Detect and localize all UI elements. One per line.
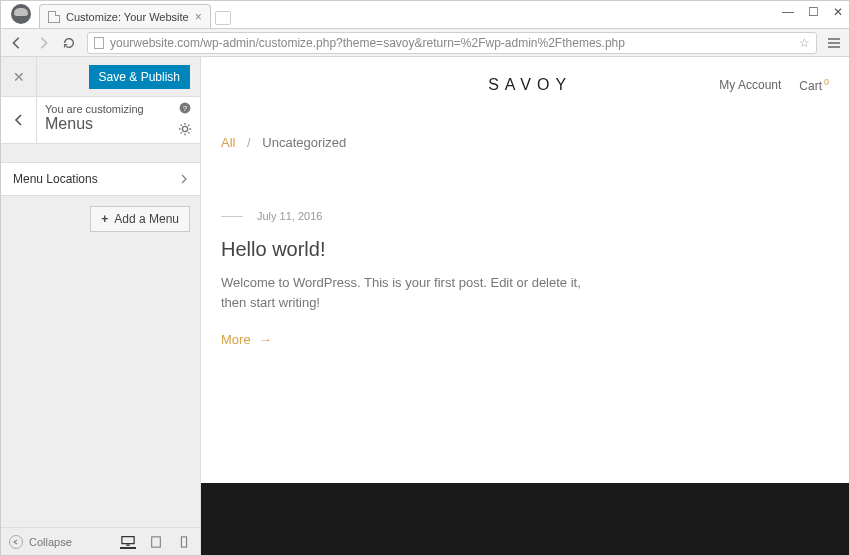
customizer-topbar: ✕ Save & Publish (1, 57, 200, 97)
browser-menu-button[interactable] (827, 38, 841, 48)
customizer-sidebar: ✕ Save & Publish You are customizing Men… (1, 57, 201, 555)
cart-link[interactable]: Cart0 (799, 77, 829, 93)
minimize-button[interactable]: — (782, 5, 794, 19)
tab-close-icon[interactable]: × (195, 10, 202, 24)
cart-label: Cart (799, 79, 822, 93)
customizer-footer: Collapse (1, 527, 200, 555)
svg-rect-3 (122, 536, 134, 543)
filter-uncategorized[interactable]: Uncategorized (262, 135, 346, 150)
new-tab-button[interactable] (215, 11, 231, 25)
heading-title: Menus (45, 115, 162, 133)
close-customizer-button[interactable]: ✕ (1, 57, 37, 96)
post-date: July 11, 2016 (257, 210, 322, 222)
svg-point-2 (182, 126, 187, 131)
page-icon (48, 11, 60, 23)
post: July 11, 2016 Hello world! Welcome to Wo… (201, 150, 621, 387)
heading-subtext: You are customizing (45, 103, 162, 115)
site-brand[interactable]: SAVOY (341, 76, 719, 94)
collapse-button[interactable]: Collapse (9, 535, 72, 549)
bookmark-icon[interactable]: ☆ (799, 36, 810, 50)
category-filter: All / Uncategorized (201, 113, 849, 150)
address-bar[interactable]: yourwebsite.com/wp-admin/customize.php?t… (87, 32, 817, 54)
close-window-button[interactable]: ✕ (833, 5, 843, 19)
cart-count: 0 (824, 77, 829, 87)
arrow-right-icon: → (259, 332, 271, 347)
window-controls: — ☐ ✕ (782, 5, 843, 19)
tablet-preview-button[interactable] (148, 535, 164, 549)
browser-titlebar: Customize: Your Website × — ☐ ✕ (1, 1, 849, 29)
site-footer (201, 483, 849, 555)
browser-window: Customize: Your Website × — ☐ ✕ yourwebs… (0, 0, 850, 556)
read-more-label: More (221, 332, 251, 347)
app-area: ✕ Save & Publish You are customizing Men… (1, 57, 849, 555)
save-publish-button[interactable]: Save & Publish (89, 65, 190, 89)
reload-button[interactable] (61, 35, 77, 51)
site-header: SAVOY My Account Cart0 (201, 57, 849, 113)
forward-button[interactable] (35, 35, 51, 51)
my-account-link[interactable]: My Account (719, 78, 781, 92)
url-text: yourwebsite.com/wp-admin/customize.php?t… (110, 36, 793, 50)
incognito-icon (11, 4, 31, 24)
filter-sep: / (247, 135, 251, 150)
help-icon[interactable]: ? (178, 101, 192, 118)
read-more-link[interactable]: More → (221, 332, 271, 347)
collapse-icon (9, 535, 23, 549)
gear-icon[interactable] (178, 122, 192, 139)
date-line-icon (221, 216, 243, 217)
back-panel-button[interactable] (1, 97, 37, 143)
collapse-label: Collapse (29, 536, 72, 548)
plus-icon: + (101, 212, 108, 226)
site-info-icon (94, 37, 104, 49)
menu-locations-label: Menu Locations (13, 172, 98, 186)
post-title[interactable]: Hello world! (221, 238, 601, 261)
add-menu-label: Add a Menu (114, 212, 179, 226)
site-preview: SAVOY My Account Cart0 All / Uncategoriz… (201, 57, 849, 555)
browser-tab[interactable]: Customize: Your Website × (39, 4, 211, 28)
svg-rect-4 (126, 544, 130, 545)
post-excerpt: Welcome to WordPress. This is your first… (221, 273, 601, 312)
maximize-button[interactable]: ☐ (808, 5, 819, 19)
desktop-preview-button[interactable] (120, 535, 136, 549)
add-menu-button[interactable]: + Add a Menu (90, 206, 190, 232)
svg-rect-5 (152, 536, 161, 546)
back-button[interactable] (9, 35, 25, 51)
customizer-heading: You are customizing Menus ? (1, 97, 200, 144)
tab-title: Customize: Your Website (66, 11, 189, 23)
menu-locations-item[interactable]: Menu Locations (1, 162, 200, 196)
device-preview-toggles (120, 535, 192, 549)
browser-toolbar: yourwebsite.com/wp-admin/customize.php?t… (1, 29, 849, 57)
filter-all[interactable]: All (221, 135, 235, 150)
svg-text:?: ? (183, 104, 188, 113)
svg-rect-6 (181, 536, 186, 546)
mobile-preview-button[interactable] (176, 535, 192, 549)
